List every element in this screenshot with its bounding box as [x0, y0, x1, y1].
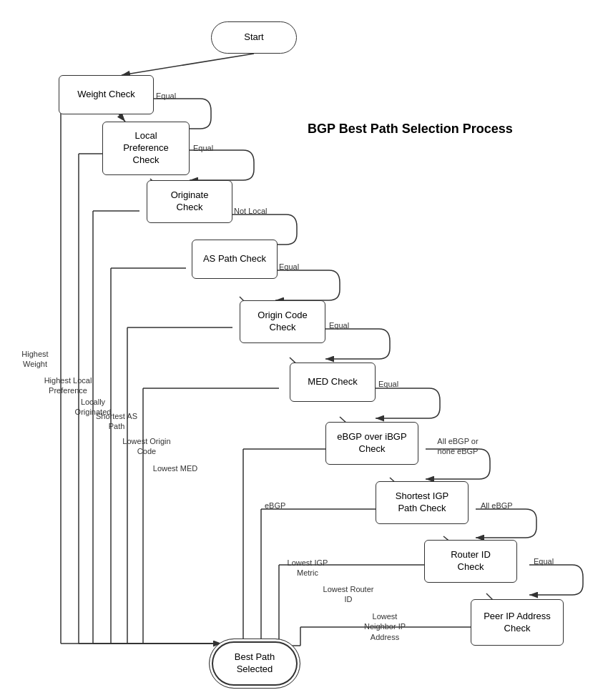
origcode-equal-label: Equal — [329, 320, 349, 330]
originate-node: Originate Check — [147, 180, 232, 223]
as-path-node: AS Path Check — [192, 240, 278, 279]
origin-code-node: Origin Code Check — [240, 300, 325, 343]
router-id-label: Router ID Check — [451, 549, 491, 573]
diagram-container: BGP Best Path Selection Process — [0, 0, 613, 700]
lowest-peer-label: Lowest Neighbor IP Address — [356, 611, 413, 642]
start-node: Start — [211, 21, 297, 54]
shortest-as-label: Shortest AS Path — [92, 411, 142, 432]
local-pref-node: Local Preference Check — [102, 122, 190, 175]
originate-label: Originate Check — [171, 189, 209, 214]
ebgp-ibgp-label: eBGP over iBGP Check — [337, 431, 406, 455]
router-id-node: Router ID Check — [424, 540, 517, 583]
weight-equal-label: Equal — [156, 91, 176, 101]
local-pref-label: Local Preference Check — [123, 130, 169, 167]
weight-check-node: Weight Check — [59, 75, 154, 114]
ebgp-label: eBGP — [265, 501, 285, 511]
svg-line-1 — [122, 54, 254, 75]
peer-ip-node: Peer IP Address Check — [471, 599, 564, 646]
as-path-label: AS Path Check — [203, 253, 266, 265]
lowest-routerid-label: Lowest Router ID — [320, 584, 377, 605]
weight-label: Weight Check — [77, 89, 135, 101]
originate-notlocal-label: Not Local — [234, 206, 267, 216]
igp-all-ebgp-label: All eBGP — [481, 501, 513, 511]
best-path-label: Best Path Selected — [235, 651, 275, 676]
localpref-equal-label: Equal — [193, 143, 213, 153]
highest-lp-label: Highest Local Preference — [43, 375, 93, 396]
lowest-med-label: Lowest MED — [150, 463, 200, 473]
shortest-igp-label: Shortest IGP Path Check — [396, 491, 448, 515]
routerid-equal-label: Equal — [534, 556, 554, 566]
ebgp-ibgp-node: eBGP over iBGP Check — [325, 422, 418, 465]
origin-code-label: Origin Code Check — [258, 310, 307, 334]
aspath-equal-label: Equal — [279, 262, 299, 272]
lowest-igp-label: Lowest IGP Metric — [279, 558, 336, 578]
peer-ip-label: Peer IP Address Check — [484, 611, 551, 635]
med-equal-label: Equal — [378, 379, 398, 389]
highest-weight-label: Highest Weight — [10, 349, 60, 370]
med-label: MED Check — [308, 376, 357, 388]
shortest-igp-node: Shortest IGP Path Check — [376, 481, 469, 524]
med-node: MED Check — [290, 363, 376, 402]
best-path-node: Best Path Selected — [209, 639, 300, 689]
ebgp-all-label: All eBGP or none eBGP — [429, 436, 486, 457]
lowest-origin-label: Lowest Origin Code — [118, 436, 175, 457]
start-label: Start — [244, 31, 263, 44]
